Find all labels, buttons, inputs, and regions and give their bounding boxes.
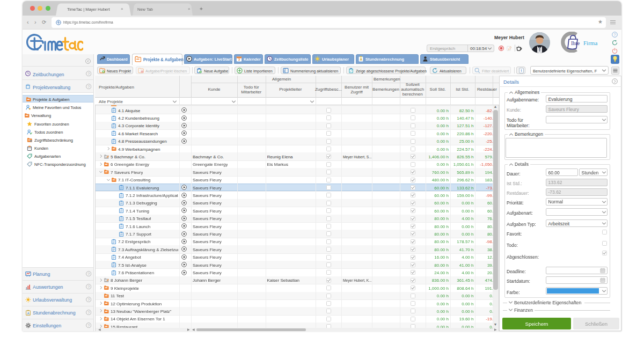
svg-text:1: 1 — [283, 69, 285, 72]
svg-text:?: ? — [87, 310, 90, 314]
svg-text:?: ? — [87, 323, 90, 327]
svg-text:?: ? — [87, 271, 90, 276]
svg-text:?: ? — [87, 284, 90, 289]
svg-text:t: t — [521, 69, 522, 72]
svg-text:A: A — [27, 312, 30, 315]
svg-text:?: ? — [87, 84, 90, 89]
svg-text:?: ? — [87, 71, 90, 76]
svg-text:?: ? — [614, 33, 616, 36]
svg-text:?: ? — [87, 297, 90, 302]
svg-text:A: A — [360, 57, 362, 61]
